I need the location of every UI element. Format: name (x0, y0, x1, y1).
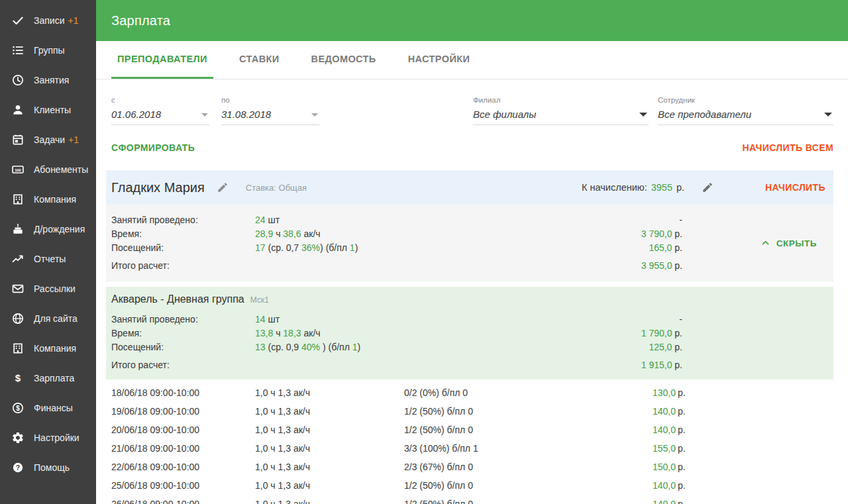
branch-tag: Мск1 (250, 295, 269, 305)
sidebar-item-zapisi[interactable]: Записи +1 (0, 5, 96, 35)
group-row-label: Занятий проведено: (111, 314, 255, 325)
edit-icon[interactable] (217, 181, 229, 193)
group-row-value: 14 шт (255, 314, 550, 325)
summary-amount: 165,0 р. (550, 242, 682, 253)
svg-text:$: $ (15, 372, 21, 383)
group-row: Занятий проведено: 14 шт - (111, 312, 682, 326)
tab-stavki[interactable]: СТАВКИ (233, 41, 286, 79)
date-from-label: с (111, 96, 209, 104)
hide-button[interactable]: СКРЫТЬ (761, 238, 817, 248)
lesson-row: 25/06/18 09:00-10:00 1,0 ч 1,3 ак/ч 1/2 … (111, 476, 682, 495)
group-row-value: 13,8 ч 18,3 ак/ч (255, 328, 550, 338)
group-title: Акварель - Дневная группа (111, 293, 244, 305)
person-icon (11, 103, 25, 117)
lesson-amount: 150,0р. (653, 462, 686, 472)
dollar-icon: $ (11, 371, 25, 385)
sidebar-item-label: Зарплата (34, 373, 74, 383)
accrual-value: 3955 (651, 182, 672, 193)
sidebar-item-gruppy[interactable]: Группы (0, 35, 96, 65)
date-to-value: 31.08.2018 (221, 109, 319, 120)
summary-value: 17 (ср. 0,7 36%) (б/пл 1) (255, 242, 550, 253)
lesson-date: 25/06/18 09:00-10:00 (111, 480, 255, 491)
sidebar-item-otchety[interactable]: Отчеты (0, 244, 96, 274)
sidebar-item-kompaniya[interactable]: Компания (0, 184, 96, 214)
group-row: Время: 13,8 ч 18,3 ак/ч 1 790,0 р. (111, 326, 682, 340)
lesson-time: 1,0 ч 1,3 ак/ч (255, 406, 404, 417)
sidebar-item-zarplata[interactable]: $ Зарплата (0, 363, 96, 393)
sidebar-item-label: Записи (34, 15, 64, 26)
lessons-table: 18/06/18 09:00-10:00 1,0 ч 1,3 ак/ч 0/2 … (111, 383, 833, 504)
app-window: Записи +1 Группы Занятия Клиенты З (0, 0, 848, 504)
sidebar-item-label: Абонементы (34, 164, 88, 175)
tab-bar: ПРЕПОДАВАТЕЛИ СТАВКИ ВЕДОМОСТЬ НАСТРОЙКИ (96, 41, 848, 79)
chevron-down-icon (311, 113, 318, 117)
branch-label: Филиал (473, 96, 649, 104)
sidebar-item-abonementy[interactable]: 100 Абонементы (0, 154, 96, 184)
lesson-date: 22/06/18 09:00-10:00 (111, 462, 255, 472)
lesson-date: 20/06/18 09:00-10:00 (111, 425, 255, 435)
lesson-row: 19/06/18 09:00-10:00 1,0 ч 1,3 ак/ч 1/2 … (111, 402, 682, 421)
dollar-circle-icon: $ (11, 401, 25, 415)
lesson-attendance: 3/3 (100%) б/пл 1 (404, 443, 653, 454)
mail-icon (11, 281, 25, 296)
lesson-time: 1,0 ч 1,3 ак/ч (255, 425, 404, 435)
sidebar-item-dlya-sajta[interactable]: Для сайта (0, 303, 96, 333)
lesson-time: 1,0 ч 1,3 ак/ч (255, 462, 404, 472)
sidebar-item-label: Настройки (34, 432, 80, 443)
tab-prepodavateli[interactable]: ПРЕПОДАВАТЕЛИ (111, 41, 213, 79)
sidebar-item-finansy[interactable]: $ Финансы (0, 393, 96, 423)
teacher-row: Гладких Мария Ставка: Общая К начислению… (106, 170, 833, 205)
branch-value: Все филиалы (473, 109, 649, 120)
lesson-time: 1,0 ч 1,3 ак/ч (255, 387, 404, 398)
sidebar-item-label: Финансы (34, 403, 73, 413)
lesson-date: 21/06/18 09:00-10:00 (111, 443, 255, 454)
svg-text:?: ? (16, 464, 20, 471)
lesson-attendance: 0/2 (0%) б/пл 0 (404, 387, 653, 398)
group-row-amount: 1 915,0 р. (550, 360, 682, 370)
sidebar-item-zadachi[interactable]: Задачи +1 (0, 125, 96, 154)
summary-amount: 3 955,0 р. (550, 260, 682, 271)
accrue-all-button[interactable]: НАЧИСЛИТЬ ВСЕМ (743, 142, 834, 153)
lesson-date: 18/06/18 09:00-10:00 (111, 387, 255, 398)
summary-value: 28,9 ч 38,6 ак/ч (255, 228, 550, 239)
group-row-amount: - (550, 314, 682, 325)
lesson-row: 21/06/18 09:00-10:00 1,0 ч 1,3 ак/ч 3/3 … (111, 439, 682, 458)
actions-row: СФОРМИРОВАТЬ НАЧИСЛИТЬ ВСЕМ (106, 142, 833, 153)
summary-label: Занятий проведено: (111, 215, 255, 225)
sidebar-item-nastrojki[interactable]: Настройки (0, 423, 96, 452)
summary-value: 24 шт (255, 215, 550, 225)
chevron-down-icon (824, 113, 832, 117)
sidebar-item-zanyatiya[interactable]: Занятия (0, 65, 96, 95)
summary-row: Время: 28,9 ч 38,6 ак/ч 3 790,0 р. (111, 227, 682, 240)
page-header: Зарплата (96, 0, 848, 41)
page-title: Зарплата (111, 13, 170, 28)
sidebar-item-kompaniya-2[interactable]: Компания (0, 333, 96, 363)
tab-vedomost[interactable]: ВЕДОМОСТЬ (305, 41, 382, 79)
employee-select[interactable]: Сотрудник Все преподаватели (658, 96, 833, 125)
lesson-amount: 140,0р. (653, 499, 686, 504)
sidebar-item-klienty[interactable]: Клиенты (0, 95, 96, 125)
sidebar-item-label: Отчеты (34, 254, 66, 264)
lesson-row-partial: 26/06/18 09:00-10:00 1,0 ч 1,3 ак/ч 1/2 … (111, 495, 682, 504)
date-from-field[interactable]: с 01.06.2018 (111, 96, 209, 125)
sidebar-item-rassylki[interactable]: Рассылки (0, 274, 96, 303)
edit-accrual-icon[interactable] (702, 181, 714, 193)
summary-label: Посещений: (111, 242, 255, 253)
summary-label: Время: (111, 228, 255, 239)
accrual-info: К начислению:3955р. (582, 182, 684, 193)
sidebar-item-label: Компания (34, 343, 76, 354)
tab-nastrojki[interactable]: НАСТРОЙКИ (402, 41, 476, 79)
spacer (331, 96, 473, 125)
building-icon (11, 341, 25, 356)
branch-select[interactable]: Филиал Все филиалы (473, 96, 649, 125)
date-to-field[interactable]: по 31.08.2018 (221, 96, 319, 125)
generate-button[interactable]: СФОРМИРОВАТЬ (111, 142, 195, 153)
employee-label: Сотрудник (658, 96, 833, 104)
sidebar-item-d-rozhdeniya[interactable]: Д/рождения (0, 214, 96, 244)
content-area: с 01.06.2018 по 31.08.2018 Филиал Все фи… (96, 79, 848, 504)
sidebar: Записи +1 Группы Занятия Клиенты З (0, 0, 96, 504)
card-icon: 100 (11, 162, 25, 177)
cake-icon (11, 222, 25, 236)
sidebar-item-pomoshch[interactable]: ? Помощь (0, 452, 96, 482)
accrue-button[interactable]: НАЧИСЛИТЬ (765, 182, 825, 193)
